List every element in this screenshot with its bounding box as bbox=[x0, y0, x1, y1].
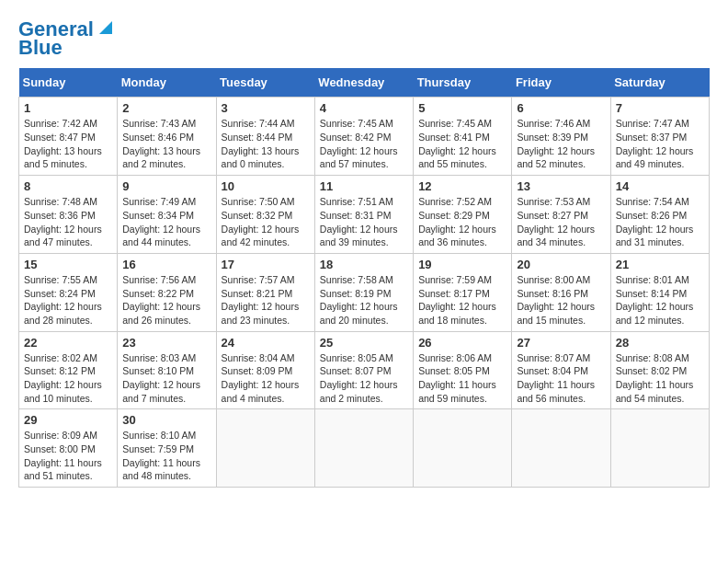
table-row: 2 Sunrise: 7:43 AM Sunset: 8:46 PM Dayli… bbox=[118, 98, 216, 176]
day-detail: Sunrise: 7:48 AM Sunset: 8:36 PM Dayligh… bbox=[24, 195, 112, 249]
day-number: 24 bbox=[222, 336, 310, 350]
day-detail: Sunrise: 7:43 AM Sunset: 8:46 PM Dayligh… bbox=[122, 117, 210, 171]
day-number: 29 bbox=[24, 413, 112, 427]
day-detail: Sunrise: 7:50 AM Sunset: 8:32 PM Dayligh… bbox=[222, 195, 310, 249]
table-row: 25 Sunrise: 8:05 AM Sunset: 8:07 PM Dayl… bbox=[314, 331, 413, 409]
day-number: 16 bbox=[122, 258, 210, 271]
day-detail: Sunrise: 7:45 AM Sunset: 8:42 PM Dayligh… bbox=[320, 117, 408, 171]
table-row: 24 Sunrise: 8:04 AM Sunset: 8:09 PM Dayl… bbox=[216, 331, 314, 409]
day-number: 25 bbox=[320, 336, 408, 350]
day-number: 28 bbox=[616, 336, 704, 350]
calendar-table: Sunday Monday Tuesday Wednesday Thursday… bbox=[18, 68, 710, 488]
day-detail: Sunrise: 8:03 AM Sunset: 8:10 PM Dayligh… bbox=[122, 351, 210, 406]
table-row: 13 Sunrise: 7:53 AM Sunset: 8:27 PM Dayl… bbox=[512, 176, 610, 254]
day-number: 15 bbox=[24, 258, 112, 271]
table-row: 1 Sunrise: 7:42 AM Sunset: 8:47 PM Dayli… bbox=[19, 98, 118, 176]
table-row: 19 Sunrise: 7:59 AM Sunset: 8:17 PM Dayl… bbox=[414, 253, 512, 331]
day-number: 27 bbox=[517, 336, 605, 350]
calendar-row: 22 Sunrise: 8:02 AM Sunset: 8:12 PM Dayl… bbox=[19, 331, 710, 409]
table-row: 23 Sunrise: 8:03 AM Sunset: 8:10 PM Dayl… bbox=[118, 331, 216, 409]
day-detail: Sunrise: 7:45 AM Sunset: 8:41 PM Dayligh… bbox=[418, 117, 506, 171]
col-tuesday: Tuesday bbox=[216, 68, 314, 98]
table-row: 22 Sunrise: 8:02 AM Sunset: 8:12 PM Dayl… bbox=[19, 331, 118, 409]
day-detail: Sunrise: 7:42 AM Sunset: 8:47 PM Dayligh… bbox=[24, 117, 112, 171]
day-number: 1 bbox=[24, 101, 112, 115]
day-detail: Sunrise: 8:02 AM Sunset: 8:12 PM Dayligh… bbox=[24, 351, 112, 406]
table-row: 3 Sunrise: 7:44 AM Sunset: 8:44 PM Dayli… bbox=[216, 98, 314, 176]
day-number: 19 bbox=[418, 258, 506, 271]
col-friday: Friday bbox=[512, 68, 610, 98]
day-detail: Sunrise: 8:06 AM Sunset: 8:05 PM Dayligh… bbox=[418, 351, 506, 406]
day-detail: Sunrise: 7:53 AM Sunset: 8:27 PM Dayligh… bbox=[517, 195, 605, 249]
table-row: 16 Sunrise: 7:56 AM Sunset: 8:22 PM Dayl… bbox=[118, 253, 216, 331]
calendar-row: 1 Sunrise: 7:42 AM Sunset: 8:47 PM Dayli… bbox=[19, 98, 710, 176]
col-thursday: Thursday bbox=[414, 68, 512, 98]
table-row: 18 Sunrise: 7:58 AM Sunset: 8:19 PM Dayl… bbox=[314, 253, 413, 331]
day-number: 10 bbox=[222, 179, 310, 193]
day-detail: Sunrise: 7:52 AM Sunset: 8:29 PM Dayligh… bbox=[418, 195, 506, 249]
day-number: 8 bbox=[24, 179, 112, 193]
table-row bbox=[414, 409, 512, 488]
table-row: 14 Sunrise: 7:54 AM Sunset: 8:26 PM Dayl… bbox=[610, 176, 709, 254]
table-row: 26 Sunrise: 8:06 AM Sunset: 8:05 PM Dayl… bbox=[414, 331, 512, 409]
day-detail: Sunrise: 7:57 AM Sunset: 8:21 PM Dayligh… bbox=[222, 273, 310, 327]
day-number: 4 bbox=[320, 101, 408, 115]
day-number: 23 bbox=[122, 336, 210, 350]
day-number: 3 bbox=[222, 101, 310, 115]
col-monday: Monday bbox=[118, 68, 216, 98]
day-detail: Sunrise: 7:59 AM Sunset: 8:17 PM Dayligh… bbox=[418, 273, 506, 327]
day-number: 12 bbox=[418, 179, 506, 193]
svg-marker-0 bbox=[99, 21, 112, 34]
table-row: 11 Sunrise: 7:51 AM Sunset: 8:31 PM Dayl… bbox=[314, 176, 413, 254]
table-row: 12 Sunrise: 7:52 AM Sunset: 8:29 PM Dayl… bbox=[414, 176, 512, 254]
table-row: 7 Sunrise: 7:47 AM Sunset: 8:37 PM Dayli… bbox=[610, 98, 709, 176]
table-row: 10 Sunrise: 7:50 AM Sunset: 8:32 PM Dayl… bbox=[216, 176, 314, 254]
day-number: 9 bbox=[122, 179, 210, 193]
day-detail: Sunrise: 7:58 AM Sunset: 8:19 PM Dayligh… bbox=[320, 273, 408, 327]
day-number: 5 bbox=[418, 101, 506, 115]
table-row: 15 Sunrise: 7:55 AM Sunset: 8:24 PM Dayl… bbox=[19, 253, 118, 331]
table-row: 30 Sunrise: 8:10 AM Sunset: 7:59 PM Dayl… bbox=[118, 409, 216, 488]
day-number: 17 bbox=[222, 258, 310, 271]
col-sunday: Sunday bbox=[19, 68, 118, 98]
table-row: 5 Sunrise: 7:45 AM Sunset: 8:41 PM Dayli… bbox=[414, 98, 512, 176]
table-row bbox=[216, 409, 314, 488]
day-detail: Sunrise: 7:44 AM Sunset: 8:44 PM Dayligh… bbox=[222, 117, 310, 171]
day-detail: Sunrise: 8:08 AM Sunset: 8:02 PM Dayligh… bbox=[616, 351, 704, 406]
table-row: 9 Sunrise: 7:49 AM Sunset: 8:34 PM Dayli… bbox=[118, 176, 216, 254]
logo-blue-text: Blue bbox=[18, 37, 63, 59]
day-detail: Sunrise: 7:46 AM Sunset: 8:39 PM Dayligh… bbox=[517, 117, 605, 171]
day-number: 6 bbox=[517, 101, 605, 115]
table-row: 21 Sunrise: 8:01 AM Sunset: 8:14 PM Dayl… bbox=[610, 253, 709, 331]
table-row: 4 Sunrise: 7:45 AM Sunset: 8:42 PM Dayli… bbox=[314, 98, 413, 176]
calendar-row: 29 Sunrise: 8:09 AM Sunset: 8:00 PM Dayl… bbox=[19, 409, 710, 488]
table-row: 28 Sunrise: 8:08 AM Sunset: 8:02 PM Dayl… bbox=[610, 331, 709, 409]
day-detail: Sunrise: 8:05 AM Sunset: 8:07 PM Dayligh… bbox=[320, 351, 408, 406]
day-number: 13 bbox=[517, 179, 605, 193]
day-detail: Sunrise: 7:54 AM Sunset: 8:26 PM Dayligh… bbox=[616, 195, 704, 249]
table-row: 8 Sunrise: 7:48 AM Sunset: 8:36 PM Dayli… bbox=[19, 176, 118, 254]
day-number: 7 bbox=[616, 101, 704, 115]
calendar-row: 15 Sunrise: 7:55 AM Sunset: 8:24 PM Dayl… bbox=[19, 253, 710, 331]
header-row: Sunday Monday Tuesday Wednesday Thursday… bbox=[19, 68, 710, 98]
logo: General Blue bbox=[18, 18, 116, 59]
day-detail: Sunrise: 8:10 AM Sunset: 7:59 PM Dayligh… bbox=[122, 429, 210, 483]
day-detail: Sunrise: 7:47 AM Sunset: 8:37 PM Dayligh… bbox=[616, 117, 704, 171]
day-detail: Sunrise: 8:07 AM Sunset: 8:04 PM Dayligh… bbox=[517, 351, 605, 406]
day-detail: Sunrise: 8:01 AM Sunset: 8:14 PM Dayligh… bbox=[616, 273, 704, 327]
table-row bbox=[314, 409, 413, 488]
day-number: 22 bbox=[24, 336, 112, 350]
table-row: 20 Sunrise: 8:00 AM Sunset: 8:16 PM Dayl… bbox=[512, 253, 610, 331]
day-detail: Sunrise: 7:51 AM Sunset: 8:31 PM Dayligh… bbox=[320, 195, 408, 249]
day-number: 14 bbox=[616, 179, 704, 193]
col-wednesday: Wednesday bbox=[314, 68, 413, 98]
day-detail: Sunrise: 7:55 AM Sunset: 8:24 PM Dayligh… bbox=[24, 273, 112, 327]
day-detail: Sunrise: 7:56 AM Sunset: 8:22 PM Dayligh… bbox=[122, 273, 210, 327]
table-row: 6 Sunrise: 7:46 AM Sunset: 8:39 PM Dayli… bbox=[512, 98, 610, 176]
col-saturday: Saturday bbox=[610, 68, 709, 98]
table-row: 27 Sunrise: 8:07 AM Sunset: 8:04 PM Dayl… bbox=[512, 331, 610, 409]
day-detail: Sunrise: 8:09 AM Sunset: 8:00 PM Dayligh… bbox=[24, 429, 112, 483]
page-header: General Blue bbox=[18, 18, 710, 59]
day-detail: Sunrise: 8:04 AM Sunset: 8:09 PM Dayligh… bbox=[222, 351, 310, 406]
day-number: 20 bbox=[517, 258, 605, 271]
